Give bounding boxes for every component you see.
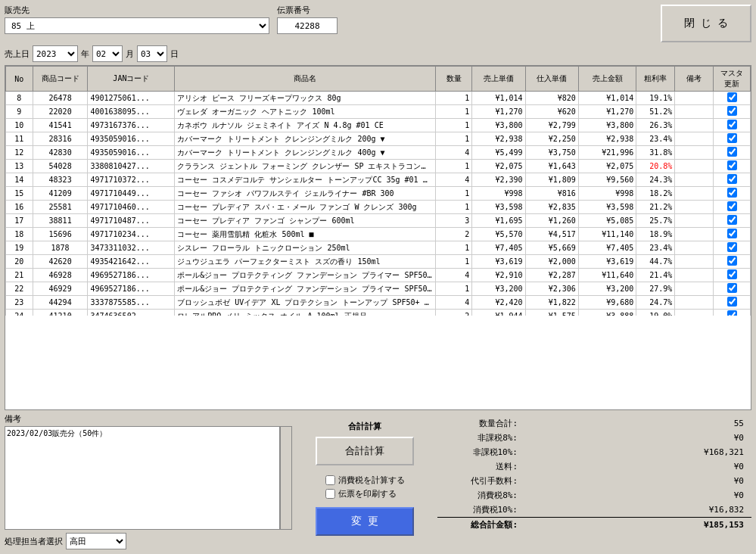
table-row[interactable]: 13540283380810427...クラランス ジェントル フォーミング ク… xyxy=(6,160,751,173)
table-cell: ¥1,270 xyxy=(578,105,636,119)
memo-textarea[interactable]: 2023/02/03販売分（50件） xyxy=(5,426,280,530)
master-cell xyxy=(714,160,751,173)
th-no: No xyxy=(6,67,33,92)
table-cell: 22020 xyxy=(33,105,88,119)
master-checkbox[interactable] xyxy=(727,310,737,316)
master-cell xyxy=(714,310,751,316)
master-checkbox[interactable] xyxy=(727,256,737,266)
master-checkbox[interactable] xyxy=(727,188,737,198)
table-row[interactable]: 1918783473311032...シスレー フローラル トニックローション … xyxy=(6,241,751,255)
master-cell xyxy=(714,269,751,282)
table-row[interactable]: 20426204935421642...ジュウジュエラ パーフェクターミスト ス… xyxy=(6,255,751,269)
table-row[interactable]: 11283164935059016...カバーマーク トリートメント クレンジン… xyxy=(6,132,751,146)
henshu-button[interactable]: 変 更 xyxy=(316,507,414,536)
table-cell: ¥2,000 xyxy=(525,255,578,269)
master-checkbox[interactable] xyxy=(727,215,737,225)
table-row[interactable]: 17388114971710487...コーセー プレディア ファンゴ シャンプ… xyxy=(6,214,751,228)
daibiki-label: 代引手数料: xyxy=(437,474,521,488)
goukei-button[interactable]: 合計計算 xyxy=(316,437,414,465)
table-cell: 48323 xyxy=(33,173,88,187)
table-cell: ¥3,750 xyxy=(525,146,578,160)
memo-scrollbar[interactable] xyxy=(280,426,292,530)
shohi-checkbox[interactable] xyxy=(325,475,335,485)
hi8-row: 非課税8%: ¥0 xyxy=(437,431,751,445)
table-cell: 20 xyxy=(6,255,33,269)
master-checkbox[interactable] xyxy=(727,283,737,293)
table-cell: 41541 xyxy=(33,119,88,132)
master-checkbox[interactable] xyxy=(727,92,737,102)
suryo-value: 55 xyxy=(521,416,751,431)
table-row[interactable]: 15412094971710449...コーセー ファシオ パワフルステイ ジェ… xyxy=(6,187,751,201)
table-row[interactable]: 14483234971710372...コーセー コスメデコルテ サンシェルター… xyxy=(6,173,751,187)
table-cell: コーセー プレディア ファンゴ シャンプー 600ml xyxy=(175,214,436,228)
shohi-checkbox-row[interactable]: 消費税を計算する xyxy=(325,475,405,486)
master-checkbox[interactable] xyxy=(727,297,737,307)
table-row[interactable]: 22469294969527186...ポール&ジョー プロテクティング ファン… xyxy=(6,282,751,296)
master-checkbox[interactable] xyxy=(727,201,737,211)
table-cell: ¥2,420 xyxy=(472,296,525,310)
master-checkbox[interactable] xyxy=(727,242,737,252)
table-row[interactable]: 21469284969527186...ポール&ジョー プロテクティング ファン… xyxy=(6,269,751,282)
master-checkbox[interactable] xyxy=(727,269,737,279)
hi10-value: ¥168,321 xyxy=(521,445,751,459)
master-cell xyxy=(714,187,751,201)
table-row[interactable]: 18156964971710234...コーセー 薬用雪肌精 化粧水 500ml… xyxy=(6,228,751,241)
total-label: 総合計金額: xyxy=(437,518,521,533)
total-row: 総合計金額: ¥185,153 xyxy=(437,518,751,533)
table-cell: ¥2,938 xyxy=(472,132,525,146)
table-cell: ¥11,640 xyxy=(578,269,636,282)
table-cell: ¥1,695 xyxy=(472,214,525,228)
close-button[interactable]: 閉 じ る xyxy=(661,5,751,42)
main-container: 販売先 85 上 伝票番号 閉 じ る 売上日 2023 年 02 月 03 日 xyxy=(0,0,756,554)
master-checkbox[interactable] xyxy=(727,229,737,238)
table-cell: ¥2,075 xyxy=(472,160,525,173)
table-cell: 2 xyxy=(435,228,471,241)
table-row[interactable]: 23442943337875585...ブロッシュポゼ UVイデア XL プロテ… xyxy=(6,296,751,310)
table-cell: ¥1,575 xyxy=(525,310,578,316)
table-cell: ¥9,560 xyxy=(578,173,636,187)
table-cell: 1 xyxy=(435,255,471,269)
suryo-label: 数量合計: xyxy=(437,416,521,431)
table-cell: ¥3,800 xyxy=(472,119,525,132)
shohi10-label: 消費税10%: xyxy=(437,503,521,518)
denpyo-checkbox-row[interactable]: 伝票を印刷する xyxy=(325,488,405,500)
year-select[interactable]: 2023 xyxy=(33,45,78,62)
table-cell: 13 xyxy=(6,160,33,173)
denpyo-checkbox[interactable] xyxy=(325,489,335,499)
shohi-label: 消費税を計算する xyxy=(338,475,405,486)
master-checkbox[interactable] xyxy=(727,120,737,129)
master-checkbox[interactable] xyxy=(727,174,737,184)
hanbai-select[interactable]: 85 上 xyxy=(5,17,269,34)
table-row[interactable]: 8264784901275061...アリシオ ピース フリーズキープワックス … xyxy=(6,92,751,105)
master-checkbox[interactable] xyxy=(727,133,737,143)
table-cell: ¥7,405 xyxy=(578,241,636,255)
table-scroll-area[interactable]: No 商品コード JANコード 商品名 数量 売上単価 仕入単価 売上金額 粗利… xyxy=(5,66,751,316)
month-select[interactable]: 02 xyxy=(92,45,123,62)
table-cell xyxy=(675,201,714,214)
table-cell xyxy=(675,296,714,310)
day-select[interactable]: 03 xyxy=(137,45,167,62)
master-checkbox[interactable] xyxy=(727,106,737,116)
master-checkbox[interactable] xyxy=(727,160,737,170)
total-value: ¥185,153 xyxy=(521,518,751,533)
table-cell: 10 xyxy=(6,119,33,132)
table-cell: 9 xyxy=(6,105,33,119)
table-cell: 1 xyxy=(435,105,471,119)
table-row[interactable]: 10415414973167376...カネボウ ルナソル ジェミネイト アイズ… xyxy=(6,119,751,132)
table-cell: クラランス ジェントル フォーミング クレンザー SP エキストラコンフォート … xyxy=(175,160,436,173)
table-cell: ¥3,888 xyxy=(578,310,636,316)
table-cell: ポール&ジョー プロテクティング ファンデーション プライマー SPF50+/P… xyxy=(175,269,436,282)
table-row[interactable]: 24412103474636502...ロレアルPRO メリ ミックス オイル … xyxy=(6,310,751,316)
table-row[interactable]: 9220204001638095...ヴェレダ オーガニック ヘアトニック 10… xyxy=(6,105,751,119)
tantou-select[interactable]: 高田 xyxy=(66,533,126,549)
table-row[interactable]: 12428304935059016...カバーマーク トリートメント クレンジン… xyxy=(6,146,751,160)
table-cell: 31.8% xyxy=(636,146,675,160)
table-cell: 1 xyxy=(435,241,471,255)
table-row[interactable]: 16255814971710460...コーセー プレディア スパ・エ・メール … xyxy=(6,201,751,214)
master-checkbox[interactable] xyxy=(727,147,737,157)
table-cell xyxy=(675,173,714,187)
denpyo-print-label: 伝票を印刷する xyxy=(338,488,397,500)
table-cell: 4971710449... xyxy=(88,187,175,201)
denpyo-input[interactable] xyxy=(277,17,338,34)
table-cell: ¥3,598 xyxy=(472,201,525,214)
